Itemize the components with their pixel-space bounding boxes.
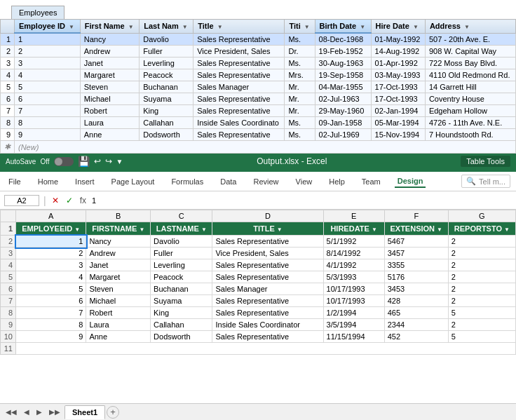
excel-col-B[interactable]: B bbox=[86, 210, 151, 222]
excel-cell-3-d[interactable]: Vice President, Sales bbox=[212, 248, 323, 259]
access-cell-hire[interactable]: 03-May-1993 bbox=[371, 69, 425, 81]
access-cell-titi[interactable]: Ms. bbox=[285, 129, 315, 141]
excel-cell-8-d[interactable]: Sales Representative bbox=[212, 307, 323, 319]
excel-cell-9-g[interactable]: 2 bbox=[448, 319, 515, 331]
access-table-row[interactable]: 9 9 Anne Dodsworth Sales Representative … bbox=[1, 129, 516, 141]
access-cell-hire[interactable]: 15-Nov-1994 bbox=[371, 129, 425, 141]
excel-cell-4-c[interactable]: Leverling bbox=[151, 259, 212, 271]
access-cell-hire[interactable]: 17-Oct-1993 bbox=[371, 81, 425, 93]
access-cell-address[interactable]: 722 Moss Bay Blvd. bbox=[425, 57, 515, 69]
ribbon-tab-team[interactable]: Team bbox=[359, 176, 383, 187]
access-cell-hire[interactable]: 02-Jan-1994 bbox=[371, 105, 425, 117]
excel-cell-6-f[interactable]: 3453 bbox=[384, 283, 448, 295]
access-cell-birth[interactable]: 02-Jul-1969 bbox=[315, 129, 371, 141]
formula-input[interactable] bbox=[92, 196, 512, 205]
excel-cell-5-a[interactable]: 4 bbox=[16, 271, 86, 283]
access-cell-first[interactable]: Anne bbox=[80, 129, 139, 141]
excel-col-G[interactable]: G bbox=[448, 210, 515, 222]
ribbon-tab-pagelayout[interactable]: Page Layout bbox=[109, 176, 158, 187]
excel-cell-9-f[interactable]: 2344 bbox=[384, 319, 448, 331]
access-table-row[interactable]: 5 5 Steven Buchanan Sales Manager Mr. 04… bbox=[1, 81, 516, 93]
access-cell-first[interactable]: Steven bbox=[80, 81, 139, 93]
excel-header-cell-C[interactable]: LASTNAME ▼ bbox=[151, 222, 212, 236]
ribbon-tab-view[interactable]: View bbox=[293, 176, 315, 187]
access-cell-address[interactable]: Edgeham Hollow bbox=[425, 105, 515, 117]
access-cell-address[interactable]: 4726 - 11th Ave. N.E. bbox=[425, 117, 515, 129]
access-cell-id[interactable]: 3 bbox=[15, 57, 81, 69]
excel-header-cell-F[interactable]: EXTENSION ▼ bbox=[384, 222, 448, 236]
excel-header-cell-A[interactable]: EMPLOYEEID ▼ bbox=[16, 222, 86, 236]
access-cell-address[interactable]: 507 - 20th Ave. E. bbox=[425, 33, 515, 46]
excel-cell-9-d[interactable]: Inside Sales Coordinator bbox=[212, 319, 323, 331]
access-cell-last[interactable]: Callahan bbox=[140, 117, 194, 129]
access-cell-first[interactable]: Andrew bbox=[80, 46, 139, 57]
access-col-header-hiredate[interactable]: Hire Date ▼ bbox=[371, 20, 425, 34]
excel-cell-4-a[interactable]: 3 bbox=[16, 259, 86, 271]
excel-cell-3-a[interactable]: 2 bbox=[16, 248, 86, 259]
access-cell-hire[interactable]: 01-May-1992 bbox=[371, 33, 425, 46]
excel-cell-6-e[interactable]: 10/17/1993 bbox=[323, 283, 384, 295]
excel-cell-2-b[interactable]: Nancy bbox=[86, 236, 151, 248]
access-cell-title[interactable]: Sales Representative bbox=[194, 57, 285, 69]
access-col-header-title[interactable]: Title ▼ bbox=[194, 20, 285, 34]
excel-cell-5-c[interactable]: Peacock bbox=[151, 271, 212, 283]
excel-cell-7-g[interactable]: 2 bbox=[448, 295, 515, 307]
access-cell-last[interactable]: Peacock bbox=[140, 69, 194, 81]
ribbon-tab-review[interactable]: Review bbox=[250, 176, 281, 187]
access-cell-titi[interactable]: Ms. bbox=[285, 33, 315, 46]
excel-cell-8-e[interactable]: 1/2/1994 bbox=[323, 307, 384, 319]
access-table-row[interactable]: 7 7 Robert King Sales Representative Mr.… bbox=[1, 105, 516, 117]
access-col-header-birthdate[interactable]: Birth Date ▼ bbox=[315, 20, 371, 34]
access-cell-titi[interactable]: Mr. bbox=[285, 81, 315, 93]
access-col-header-firstname[interactable]: First Name ▼ bbox=[80, 20, 139, 34]
access-cell-titi[interactable]: Dr. bbox=[285, 46, 315, 57]
excel-cell-6-c[interactable]: Buchanan bbox=[151, 283, 212, 295]
access-cell-hire[interactable]: 05-Mar-1994 bbox=[371, 117, 425, 129]
excel-cell-5-g[interactable]: 2 bbox=[448, 271, 515, 283]
access-cell-title[interactable]: Sales Representative bbox=[194, 69, 285, 81]
access-cell-titi[interactable]: Ms. bbox=[285, 117, 315, 129]
excel-cell-4-g[interactable]: 2 bbox=[448, 259, 515, 271]
cell-reference-box[interactable]: A2 bbox=[4, 195, 39, 206]
excel-cell-2-e[interactable]: 5/1/1992 bbox=[323, 236, 384, 248]
ribbon-tab-home[interactable]: Home bbox=[35, 176, 61, 187]
excel-col-A[interactable]: A bbox=[16, 210, 86, 222]
excel-empty-cell[interactable] bbox=[16, 343, 516, 355]
access-cell-title[interactable]: Sales Representative bbox=[194, 93, 285, 105]
sheet-nav-first[interactable]: ◀◀ bbox=[3, 407, 20, 417]
excel-cell-3-b[interactable]: Andrew bbox=[86, 248, 151, 259]
access-cell-id[interactable]: 5 bbox=[15, 81, 81, 93]
access-cell-birth[interactable]: 19-Sep-1958 bbox=[315, 69, 371, 81]
excel-col-F[interactable]: F bbox=[384, 210, 448, 222]
access-cell-id[interactable]: 9 bbox=[15, 129, 81, 141]
excel-cell-2-d[interactable]: Sales Representative bbox=[212, 236, 323, 248]
excel-cell-6-b[interactable]: Steven bbox=[86, 283, 151, 295]
excel-cell-7-a[interactable]: 6 bbox=[16, 295, 86, 307]
access-cell-first[interactable]: Margaret bbox=[80, 69, 139, 81]
access-cell-titi[interactable]: Ms. bbox=[285, 57, 315, 69]
access-cell-id[interactable]: 7 bbox=[15, 105, 81, 117]
excel-cell-9-e[interactable]: 3/5/1994 bbox=[323, 319, 384, 331]
access-cell-birth[interactable]: 09-Jan-1958 bbox=[315, 117, 371, 129]
excel-cell-7-b[interactable]: Michael bbox=[86, 295, 151, 307]
excel-cell-10-c[interactable]: Dodsworth bbox=[151, 331, 212, 343]
sheet-nav-next[interactable]: ▶ bbox=[34, 407, 45, 417]
access-cell-address[interactable]: 7 Houndstooth Rd. bbox=[425, 129, 515, 141]
access-cell-last[interactable]: King bbox=[140, 105, 194, 117]
access-cell-titi[interactable]: Mr. bbox=[285, 93, 315, 105]
access-cell-id[interactable]: 8 bbox=[15, 117, 81, 129]
access-cell-last[interactable]: Suyama bbox=[140, 93, 194, 105]
access-tab-employees[interactable]: Employees bbox=[11, 6, 64, 19]
excel-cell-10-e[interactable]: 11/15/1994 bbox=[323, 331, 384, 343]
excel-cell-10-a[interactable]: 9 bbox=[16, 331, 86, 343]
excel-cell-8-g[interactable]: 5 bbox=[448, 307, 515, 319]
access-table-row[interactable]: 2 2 Andrew Fuller Vice President, Sales … bbox=[1, 46, 516, 57]
ribbon-search[interactable]: 🔍 Tell m... bbox=[461, 175, 510, 188]
access-cell-birth[interactable]: 08-Dec-1968 bbox=[315, 33, 371, 46]
access-col-header-address[interactable]: Address ▼ bbox=[425, 20, 515, 34]
access-cell-title[interactable]: Sales Representative bbox=[194, 33, 285, 46]
ribbon-tab-help[interactable]: Help bbox=[326, 176, 348, 187]
excel-header-cell-E[interactable]: HIREDATE ▼ bbox=[323, 222, 384, 236]
excel-cell-2-a[interactable]: 1 bbox=[16, 236, 86, 248]
access-cell-address[interactable]: Coventry House bbox=[425, 93, 515, 105]
